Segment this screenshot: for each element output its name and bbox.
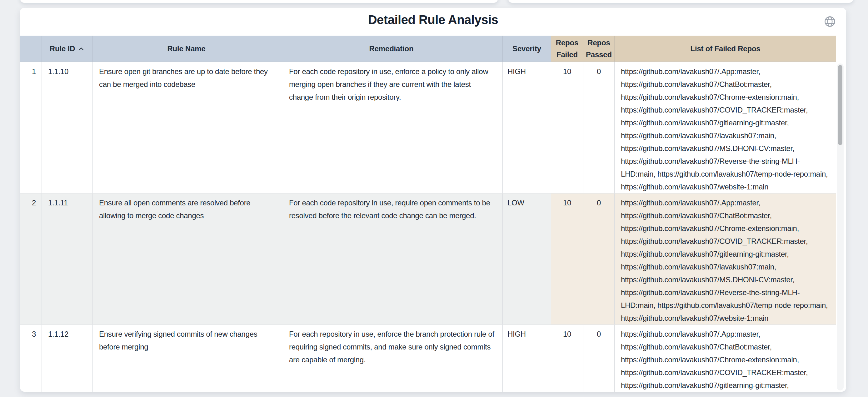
cell-failed-repos-list: https://github.com/lavakush07/.App:maste… [615, 325, 836, 392]
cell-rule-id: 1.1.11 [42, 193, 93, 325]
table-header-row: Rule ID Rule Name Remediation Severity R… [20, 36, 836, 62]
cell-remediation: For each repository in use, enforce the … [280, 325, 503, 392]
cell-failed-repos-list: https://github.com/lavakush07/.App:maste… [615, 193, 836, 325]
column-header-repos-passed[interactable]: Repos Passed [583, 36, 615, 62]
top-card-left [20, 0, 498, 3]
column-header-rule-id-label: Rule ID [50, 43, 75, 55]
cell-rule-name: Ensure all open comments are resolved be… [93, 193, 280, 325]
cell-rule-id: 1.1.12 [42, 325, 93, 392]
cell-repos-failed: 10 [551, 325, 583, 392]
cell-rule-name: Ensure verifying signed commits of new c… [93, 325, 280, 392]
column-header-failed-repos-list[interactable]: List of Failed Repos [615, 36, 836, 62]
cell-repos-passed: 0 [583, 325, 615, 392]
cell-failed-repos-list: https://github.com/lavakush07/.App:maste… [615, 62, 836, 193]
cell-repos-failed: 10 [551, 62, 583, 193]
cell-row-index: 1 [20, 62, 42, 193]
cell-severity: LOW [503, 193, 551, 325]
scrollbar-thumb[interactable] [838, 65, 842, 145]
detailed-rule-analysis-card: Detailed Rule Analysis Rule ID Rule Name… [20, 8, 846, 392]
chevron-up-icon [78, 45, 85, 52]
column-header-severity[interactable]: Severity [503, 36, 551, 62]
vertical-scrollbar[interactable] [837, 63, 844, 391]
table-body: 1 1.1.10 Ensure open git branches are up… [20, 62, 836, 392]
cell-severity: HIGH [503, 62, 551, 193]
globe-icon[interactable] [824, 16, 836, 28]
page-title: Detailed Rule Analysis [20, 13, 846, 27]
cell-repos-passed: 0 [583, 193, 615, 325]
cell-severity: HIGH [503, 325, 551, 392]
column-header-remediation[interactable]: Remediation [280, 36, 503, 62]
rule-analysis-table: Rule ID Rule Name Remediation Severity R… [20, 36, 836, 392]
cell-repos-passed: 0 [583, 62, 615, 193]
cell-remediation: For each code repository in use, enforce… [280, 62, 503, 193]
column-header-repos-failed[interactable]: Repos Failed [551, 36, 583, 62]
cell-repos-failed: 10 [551, 193, 583, 325]
cell-rule-id: 1.1.10 [42, 62, 93, 193]
column-header-rule-id[interactable]: Rule ID [42, 36, 93, 62]
top-card-right [508, 0, 853, 3]
table-row: 3 1.1.12 Ensure verifying signed commits… [20, 325, 836, 392]
cell-row-index: 3 [20, 325, 42, 392]
table-row: 1 1.1.10 Ensure open git branches are up… [20, 62, 836, 193]
cell-remediation: For each code repository in use, require… [280, 193, 503, 325]
table-row: 2 1.1.11 Ensure all open comments are re… [20, 193, 836, 325]
column-header-index [20, 36, 42, 62]
column-header-rule-name[interactable]: Rule Name [93, 36, 280, 62]
page: { "card": { "title": "Detailed Rule Anal… [0, 0, 868, 397]
cell-row-index: 2 [20, 193, 42, 325]
cell-rule-name: Ensure open git branches are up to date … [93, 62, 280, 193]
